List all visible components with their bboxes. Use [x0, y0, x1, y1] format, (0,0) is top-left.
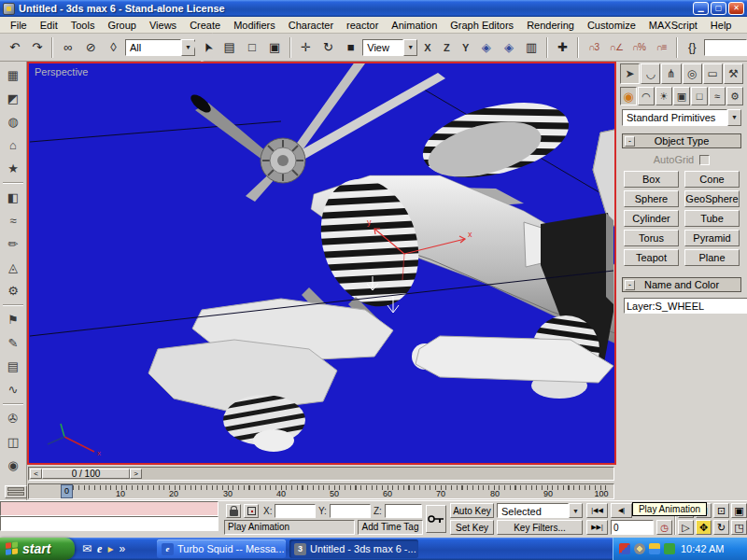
pyramid-button[interactable]: Pyramid — [684, 230, 740, 246]
tab-modify[interactable]: ◡ — [641, 63, 660, 84]
perspective-viewport[interactable]: y x x Perspective — [27, 62, 616, 465]
name-color-rollout[interactable]: Name and Color - — [622, 277, 741, 292]
tray-icon[interactable] — [619, 543, 630, 554]
rectangular-selection-icon[interactable]: □ — [241, 36, 262, 59]
maxscript-listener-white[interactable] — [0, 516, 218, 531]
object-type-rollout[interactable]: Object Type - — [622, 133, 741, 148]
shapes-tab-icon[interactable]: ◩ — [2, 87, 24, 110]
taskbar-item-turbosquid[interactable]: e Turbo Squid -- Messa... — [157, 539, 286, 558]
maxscript-listener-pink[interactable] — [0, 501, 218, 516]
viewport-label[interactable]: Perspective — [35, 66, 88, 77]
tube-button[interactable]: Tube — [684, 210, 740, 227]
zoom-extents-icon[interactable]: ⊡ — [713, 503, 729, 518]
mini-curve-editor-button[interactable] — [5, 485, 27, 498]
key-mode-dropdown[interactable]: Selected ▼ — [497, 503, 583, 518]
start-button[interactable]: start — [0, 538, 75, 560]
menu-create[interactable]: Create — [183, 18, 227, 33]
utilities-tab-icon[interactable]: ✎ — [2, 331, 24, 355]
pan-icon[interactable]: ✥ — [696, 520, 712, 535]
layers-tab-icon[interactable]: ▤ — [2, 355, 24, 378]
space-warps-tab-icon[interactable]: ≈ — [2, 209, 24, 232]
sphere-button[interactable]: Sphere — [624, 190, 679, 207]
menu-rendering[interactable]: Rendering — [520, 18, 581, 33]
set-key-mode-button[interactable] — [426, 505, 446, 533]
app-icon[interactable] — [3, 3, 15, 15]
bind-to-space-warp-icon[interactable]: ◊ — [103, 36, 124, 59]
undo-icon[interactable]: ↶ — [4, 36, 25, 59]
minimize-button[interactable]: ▁ — [693, 2, 709, 15]
tab-create[interactable]: ➤ — [620, 63, 640, 84]
selection-filter-dropdown[interactable]: All ▼ — [125, 39, 195, 56]
unlink-selection-icon[interactable]: ⊘ — [80, 36, 102, 59]
subcategory-dropdown[interactable]: Standard Primitives ▼ — [622, 109, 741, 126]
snaps-toggle-icon[interactable]: ◈ — [475, 36, 497, 59]
cone-button[interactable]: Cone — [684, 171, 740, 188]
y-coordinate-field[interactable] — [330, 504, 371, 518]
mail-icon[interactable]: ✉ — [82, 542, 92, 555]
helpers-tab-icon[interactable]: ◧ — [2, 186, 24, 209]
category-geometry[interactable]: ◉ — [620, 87, 637, 105]
time-configuration-button[interactable]: ◷ — [656, 520, 672, 535]
objects-tab-icon[interactable]: ▦ — [2, 63, 24, 87]
absolute-offset-toggle[interactable] — [244, 504, 259, 518]
restore-button[interactable]: ▢ — [711, 2, 726, 15]
chevron-down-icon[interactable]: ▼ — [569, 503, 583, 518]
tray-icon[interactable] — [664, 543, 675, 554]
next-frame-arrow[interactable]: > — [130, 469, 142, 479]
biped-tab-icon[interactable]: ◫ — [2, 430, 24, 454]
chevron-down-icon[interactable]: ▼ — [403, 39, 417, 56]
select-manipulate-icon[interactable]: ▥ — [521, 36, 543, 59]
current-frame-marker[interactable]: 0 — [61, 484, 73, 498]
menu-help[interactable]: Help — [704, 18, 739, 33]
track-bar-ruler[interactable]: 0 10 20 30 40 50 60 70 80 90 100 — [28, 483, 614, 499]
autogrid-checkbox[interactable] — [699, 155, 710, 165]
plane-button[interactable]: Plane — [684, 249, 740, 266]
menu-graph-editors[interactable]: Graph Editors — [444, 18, 520, 33]
menu-tools[interactable]: Tools — [64, 18, 102, 33]
folder-icon[interactable]: ▸ — [107, 542, 113, 555]
modeling-tab-icon[interactable]: ◬ — [2, 256, 24, 279]
previous-frame-button[interactable]: ◀| — [611, 503, 632, 518]
z-coordinate-field[interactable] — [385, 504, 422, 518]
reference-coordinate-dropdown[interactable]: View ▼ — [362, 39, 417, 56]
axis-y-button[interactable]: Y — [457, 36, 474, 59]
category-shapes[interactable]: ◠ — [638, 87, 655, 105]
particles-tab-icon[interactable]: ★ — [2, 157, 24, 180]
key-filters-button[interactable]: Key Filters... — [497, 520, 583, 535]
min-max-toggle-icon[interactable]: ◳ — [731, 520, 747, 535]
menu-character[interactable]: Character — [282, 18, 340, 33]
snap-toggle-icon[interactable]: ∩3 — [583, 36, 604, 59]
cylinder-button[interactable]: Cylinder — [624, 210, 679, 227]
chevron-icon[interactable]: » — [119, 542, 125, 555]
category-space-warps[interactable]: ≈ — [709, 87, 726, 105]
arc-rotate-icon[interactable]: ↻ — [713, 520, 729, 535]
select-object-icon[interactable]: ➤ — [192, 33, 222, 62]
keyboard-override-icon[interactable]: ✚ — [552, 36, 573, 59]
category-systems[interactable]: ⚙ — [726, 87, 743, 105]
teapot-button[interactable]: Teapot — [624, 249, 679, 266]
percent-snap-icon[interactable]: ∩% — [627, 36, 649, 59]
axis-x-button[interactable]: X — [418, 36, 436, 59]
menu-customize[interactable]: Customize — [581, 18, 642, 33]
go-to-start-button[interactable]: |◀◀ — [586, 503, 608, 518]
tray-icon[interactable] — [634, 543, 645, 554]
select-and-rotate-icon[interactable]: ↻ — [317, 36, 339, 59]
tab-motion[interactable]: ◎ — [683, 63, 702, 84]
current-frame-field[interactable] — [611, 520, 654, 535]
schematic-tab-icon[interactable]: ⚑ — [2, 308, 24, 331]
category-helpers[interactable]: □ — [691, 87, 708, 105]
auto-key-button[interactable]: Auto Key — [450, 503, 494, 518]
viewport-canvas[interactable]: y x x — [29, 63, 614, 463]
select-and-scale-icon[interactable]: ■ — [340, 36, 361, 59]
tab-hierarchy[interactable]: ⋔ — [661, 63, 681, 84]
extras-tab-icon[interactable]: ◉ — [2, 454, 24, 477]
redo-icon[interactable]: ↷ — [26, 36, 48, 59]
tray-icon[interactable] — [649, 543, 660, 554]
time-slider-label[interactable]: 0 / 100 — [42, 469, 130, 479]
set-key-button[interactable]: Set Key — [450, 520, 494, 535]
time-slider-track[interactable]: < 0 / 100 > — [28, 467, 614, 481]
go-to-end-button[interactable]: ▶▶| — [586, 520, 608, 535]
close-button[interactable]: ✕ — [728, 2, 744, 15]
waves-tab-icon[interactable]: ∿ — [2, 378, 24, 401]
selection-lock-button[interactable] — [226, 504, 241, 518]
